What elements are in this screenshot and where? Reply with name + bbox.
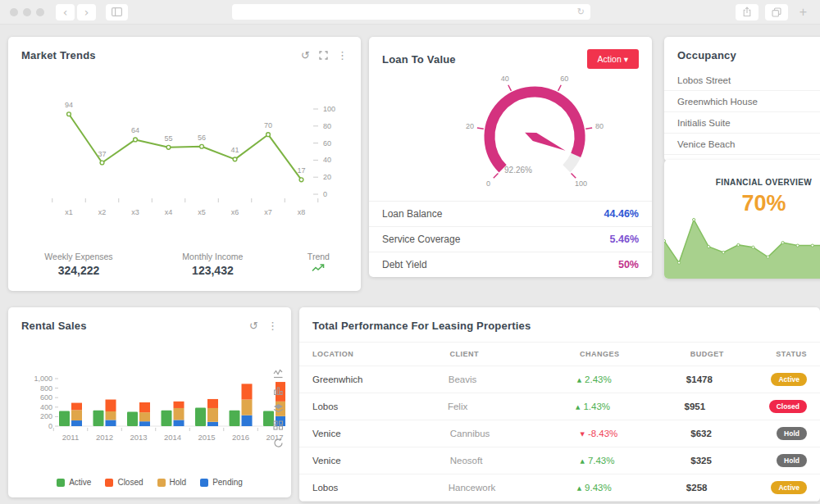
trend-label: Trend: [276, 252, 361, 261]
toolbox-bar-view-icon[interactable]: [273, 386, 284, 396]
forward-button[interactable]: ›: [77, 4, 96, 20]
occupancy-item-greenwhich-house[interactable]: Greenwhich House: [664, 91, 820, 112]
legend-label: Closed: [117, 478, 143, 487]
svg-text:x1: x1: [65, 208, 73, 216]
toolbox-tiled-icon[interactable]: [273, 420, 284, 430]
occupancy-item-initialis-suite[interactable]: Initialis Suite: [664, 112, 820, 134]
svg-text:80: 80: [323, 122, 331, 130]
svg-text:92.26%: 92.26%: [504, 166, 532, 175]
ltv-value-1: 5.46%: [610, 234, 639, 245]
svg-text:0: 0: [323, 190, 327, 198]
monthly-income-stat: Monthly Income 123,432: [149, 252, 276, 277]
share-icon: [742, 7, 752, 17]
table-row[interactable]: Lobos Hancework ▲9.43% $258 Active: [299, 474, 820, 502]
svg-text:2016: 2016: [232, 433, 249, 442]
col-changes: Changes: [580, 350, 690, 358]
sidebar-icon: [112, 7, 122, 16]
col-location: Location: [312, 350, 450, 358]
window-dot[interactable]: [23, 8, 31, 16]
market-trends-line-chart: 020406080100x1x2x3x4x5x6x7x8943764555641…: [8, 82, 361, 225]
change-value-0: 2.43%: [585, 375, 612, 384]
svg-text:41: 41: [230, 146, 239, 154]
rental-sales-bar-chart: 02004006008001,0002011201220132014201520…: [15, 352, 285, 449]
svg-text:x3: x3: [131, 208, 139, 216]
change-arrow-3: ▲: [580, 458, 584, 465]
page-refresh-icon[interactable]: ↻: [577, 7, 585, 17]
toolbox-stack-icon[interactable]: [273, 403, 284, 413]
sidebar-toggle-button[interactable]: [106, 4, 128, 20]
loan-to-value-title: Loan To Value: [382, 53, 456, 66]
dashboard: Market Trends ↺ ⋮ 020406080100x1x2x3x4x5…: [0, 25, 820, 504]
url-bar[interactable]: ↻: [232, 4, 590, 20]
market-trends-footer: Weekly Expenses 324,222 Monthly Income 1…: [8, 252, 361, 277]
financial-overview-area-chart: [664, 215, 820, 279]
svg-text:56: 56: [198, 134, 206, 142]
kebab-menu-icon[interactable]: ⋮: [337, 50, 348, 61]
svg-text:40: 40: [501, 75, 509, 83]
svg-text:60: 60: [323, 139, 331, 148]
occupancy-item-lobos-street[interactable]: Lobos Street: [664, 70, 820, 91]
action-button[interactable]: Action ▾: [587, 49, 639, 69]
financial-overview-card: FINANCIAL OVERVIEW 70%: [664, 160, 820, 279]
refresh-icon[interactable]: ↺: [301, 50, 310, 61]
occupancy-title: Occupancy: [677, 49, 736, 61]
trend-up-icon: [276, 264, 361, 272]
toolbox-line-view-icon[interactable]: [273, 369, 284, 379]
ltv-value-2: 50%: [618, 259, 639, 270]
share-button[interactable]: [736, 4, 758, 20]
browser-chrome: ‹ › ↻ +: [0, 0, 820, 25]
svg-text:2015: 2015: [198, 433, 215, 442]
refresh-icon[interactable]: ↺: [249, 320, 258, 331]
trend-stat: Trend: [276, 252, 361, 277]
window-dot[interactable]: [36, 8, 44, 16]
table-row[interactable]: Venice Neosoft ▲7.43% $325 Hold: [299, 447, 820, 474]
legend-item-active[interactable]: Active: [57, 478, 91, 487]
legend-swatch: [57, 479, 65, 487]
loan-balance-label: Loan Balance: [382, 208, 442, 220]
change-arrow-1: ▲: [576, 404, 580, 411]
kebab-menu-icon[interactable]: ⋮: [267, 320, 278, 331]
status-pill-3: Hold: [777, 454, 807, 467]
occupancy-card: Occupancy Lobos Street Greenwhich House …: [664, 37, 820, 161]
change-value-2: -8.43%: [588, 429, 617, 438]
col-budget: Budget: [690, 350, 777, 358]
svg-text:x4: x4: [165, 208, 173, 216]
table-row[interactable]: Lobos Felix ▲1.43% $951 Closed: [299, 393, 820, 420]
legend-item-pending[interactable]: Pending: [200, 478, 243, 487]
svg-text:55: 55: [164, 134, 172, 143]
back-button[interactable]: ‹: [56, 4, 75, 20]
rental-sales-title: Rental Sales: [21, 320, 87, 332]
occupancy-item-venice-beach[interactable]: Venice Beach: [664, 134, 820, 155]
new-tab-button[interactable]: +: [795, 4, 812, 20]
legend-swatch: [105, 479, 113, 487]
svg-text:800: 800: [40, 384, 52, 393]
service-coverage-label: Service Coverage: [382, 234, 460, 245]
legend-item-closed[interactable]: Closed: [105, 478, 143, 487]
table-row[interactable]: Venice Cannibus ▼-8.43% $632 Hold: [299, 420, 820, 447]
window-dot[interactable]: [10, 8, 18, 16]
svg-text:0: 0: [486, 179, 490, 188]
change-value-3: 7.43%: [588, 456, 615, 465]
svg-text:2013: 2013: [130, 433, 147, 442]
tabs-button[interactable]: [765, 4, 788, 20]
loan-to-value-gauge-chart: 02040608010092.26%: [428, 76, 641, 201]
status-pill-0: Active: [771, 373, 807, 386]
toolbox-restore-icon[interactable]: [273, 438, 284, 448]
market-trends-title: Market Trends: [21, 49, 96, 61]
monthly-income-value: 123,432: [149, 264, 276, 277]
svg-text:70: 70: [264, 121, 272, 129]
status-pill-2: Hold: [777, 427, 807, 440]
service-coverage-row: Service Coverage 5.46%: [369, 226, 652, 252]
legend-item-hold[interactable]: Hold: [157, 478, 187, 487]
svg-text:x8: x8: [298, 208, 306, 216]
change-arrow-2: ▼: [580, 431, 584, 438]
table-row[interactable]: Greenwhich Beavis ▲2.43% $1478 Active: [299, 366, 820, 393]
svg-text:17: 17: [297, 166, 305, 175]
svg-text:60: 60: [560, 75, 568, 83]
market-trends-card: Market Trends ↺ ⋮ 020406080100x1x2x3x4x5…: [8, 37, 361, 291]
expand-icon[interactable]: [319, 51, 328, 60]
performance-title: Total Performance For Leasing Properties: [312, 320, 531, 332]
legend-swatch: [157, 479, 166, 487]
loan-to-value-card: Loan To Value Action ▾ 02040608010092.26…: [369, 37, 652, 277]
table-header-row: Location Client Changes Budget Status: [299, 342, 820, 366]
